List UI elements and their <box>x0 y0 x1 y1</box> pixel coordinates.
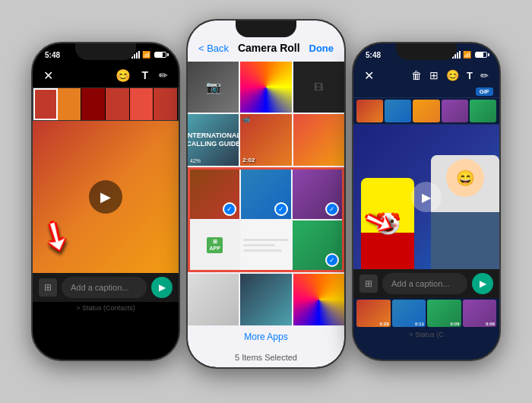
screen-left: 5:48 📶 ✕ 😊 T ✏ <box>33 43 179 360</box>
caption-input-left[interactable]: Add a caption... <box>62 277 147 298</box>
play-button-right[interactable]: ▶ <box>411 182 442 212</box>
items-selected-label: 5 Items Selected <box>188 348 344 367</box>
photo-cell-11[interactable] <box>241 221 290 270</box>
check-12: ✓ <box>325 253 339 267</box>
close-icon-right[interactable]: ✕ <box>364 68 374 83</box>
film-thumb-1[interactable] <box>33 88 58 120</box>
photo-cell-1[interactable]: 📷 <box>188 62 239 113</box>
film-thumb-6[interactable] <box>154 88 178 120</box>
battery-icon-right <box>475 52 487 58</box>
notch-center <box>236 21 296 37</box>
wa-toolbar-right: ✕ 🗑 ⊞ 😊 T ✏ <box>353 63 499 87</box>
draw-icon[interactable]: ✏ <box>159 69 168 81</box>
video-area-left: ▶ ➘ <box>33 121 179 273</box>
status-footer-right: > Status (C <box>353 328 499 341</box>
battery-icon <box>154 52 166 58</box>
film-strip-left <box>33 87 179 121</box>
text-icon-right[interactable]: T <box>467 70 473 81</box>
photo-cell-3[interactable]: 🎞 <box>293 62 344 113</box>
photo-cell-9[interactable]: ✓ <box>293 170 342 219</box>
duration-3: 0:09 <box>450 322 459 326</box>
film-top-1[interactable] <box>356 100 383 122</box>
phone-left: 5:48 📶 ✕ 😊 T ✏ <box>31 42 180 361</box>
time-left: 5:48 <box>45 51 60 59</box>
back-button[interactable]: < Back <box>198 43 229 54</box>
photo-cell-8[interactable]: ✓ <box>241 170 290 219</box>
time-right: 5:48 <box>366 51 381 59</box>
wa-toolbar-left: ✕ 😊 T ✏ <box>33 63 179 87</box>
photo-cell-2[interactable] <box>240 62 291 113</box>
photo-cell-7[interactable]: ✓ <box>190 170 239 219</box>
phone-center: < Back Camera Roll Done 📷 🎞 INTERNATI <box>186 19 346 369</box>
photo-cell-15[interactable] <box>293 274 344 325</box>
close-icon[interactable]: ✕ <box>43 68 53 83</box>
media-icon-left: ⊞ <box>39 278 57 297</box>
send-button-left[interactable]: ▶ <box>151 277 173 298</box>
notch-right <box>396 43 457 60</box>
down-arrow-icon: ➘ <box>33 208 81 262</box>
text-icon[interactable]: T <box>141 69 148 81</box>
film-strip-bottom-right: 0:29 0:11 0:09 0:06 <box>353 298 499 328</box>
play-button-left[interactable]: ▶ <box>89 180 122 214</box>
caption-bar-right: ⊞ Add a caption... ▶ <box>353 269 499 298</box>
film-thumb-2[interactable] <box>58 88 82 120</box>
phones-container: 5:48 📶 ✕ 😊 T ✏ <box>0 0 532 403</box>
sticker-icon-right[interactable]: 😊 <box>446 69 459 81</box>
film-strip-top-right <box>353 97 499 125</box>
duration-1: 0:29 <box>379 322 388 326</box>
caption-bar-left: ⊞ Add a caption... ▶ <box>33 273 179 302</box>
check-9: ✓ <box>325 202 339 216</box>
screen-right: 5:48 📶 ✕ 🗑 ⊞ 😊 T ✏ <box>353 43 499 360</box>
film-top-3[interactable] <box>413 100 439 122</box>
done-button[interactable]: Done <box>309 43 334 54</box>
phone-right: 5:48 📶 ✕ 🗑 ⊞ 😊 T ✏ <box>352 42 501 361</box>
photo-cell-6[interactable] <box>293 114 344 165</box>
video-icon-5: 📹 <box>242 116 250 123</box>
film-bottom-4[interactable]: 0:06 <box>463 300 497 327</box>
wifi-icon: 📶 <box>142 51 150 59</box>
draw-icon-right[interactable]: ✏ <box>480 70 489 81</box>
photo-cell-14[interactable] <box>240 274 291 325</box>
caption-input-right[interactable]: Add a caption... <box>382 273 467 294</box>
nav-title: Camera Roll <box>238 42 300 54</box>
photo-cell-4[interactable]: INTERNATIONALCALLING GUIDE 42% <box>188 114 239 165</box>
status-icons-right: 📶 <box>452 51 487 59</box>
photo-cell-13[interactable] <box>188 274 239 325</box>
selected-group: ✓ ✓ ✓ ⊞APP <box>188 167 344 273</box>
film-top-5[interactable] <box>470 100 496 122</box>
check-8: ✓ <box>274 202 288 216</box>
video-area-right: 🤡 😄 ▶ ➘ <box>353 125 499 269</box>
film-thumb-5[interactable] <box>130 88 154 120</box>
trash-icon[interactable]: 🗑 <box>411 69 422 81</box>
film-bottom-3[interactable]: 0:09 <box>427 300 461 327</box>
duration-4: 0:06 <box>486 322 495 326</box>
char-big: 😄 <box>431 155 499 269</box>
status-icons-left: 📶 <box>131 51 166 59</box>
film-bottom-1[interactable]: 0:29 <box>356 300 391 327</box>
toolbar-right-icons: 😊 T ✏ <box>116 68 168 83</box>
send-button-right[interactable]: ▶ <box>472 273 493 294</box>
wifi-icon-right: 📶 <box>463 51 471 59</box>
check-7: ✓ <box>223 202 236 216</box>
film-top-2[interactable] <box>385 100 411 122</box>
status-footer-left: > Status (Contacts) <box>33 302 179 314</box>
arrow-left: ➘ <box>40 214 72 258</box>
notch-left <box>75 43 136 60</box>
crop-icon-right[interactable]: ⊞ <box>429 69 439 81</box>
screen-center: < Back Camera Roll Done 📷 🎞 INTERNATI <box>188 21 344 367</box>
more-apps-button[interactable]: More Apps <box>188 325 344 348</box>
photo-cell-12[interactable]: ✓ <box>293 221 342 270</box>
photo-cell-5[interactable]: 📹 2:02 <box>240 114 291 165</box>
duration-2: 0:11 <box>415 322 424 326</box>
film-thumb-3[interactable] <box>81 88 106 120</box>
photo-cell-10[interactable]: ⊞APP <box>190 221 239 270</box>
film-bottom-2[interactable]: 0:11 <box>392 300 426 327</box>
media-icon-right: ⊞ <box>359 274 378 293</box>
photo-grid: 📷 🎞 INTERNATIONALCALLING GUIDE 42% 📹 2:0… <box>188 62 344 325</box>
sticker-icon[interactable]: 😊 <box>116 68 131 83</box>
gif-badge: GIF <box>476 87 493 96</box>
film-top-4[interactable] <box>442 100 468 122</box>
film-thumb-4[interactable] <box>106 88 130 120</box>
